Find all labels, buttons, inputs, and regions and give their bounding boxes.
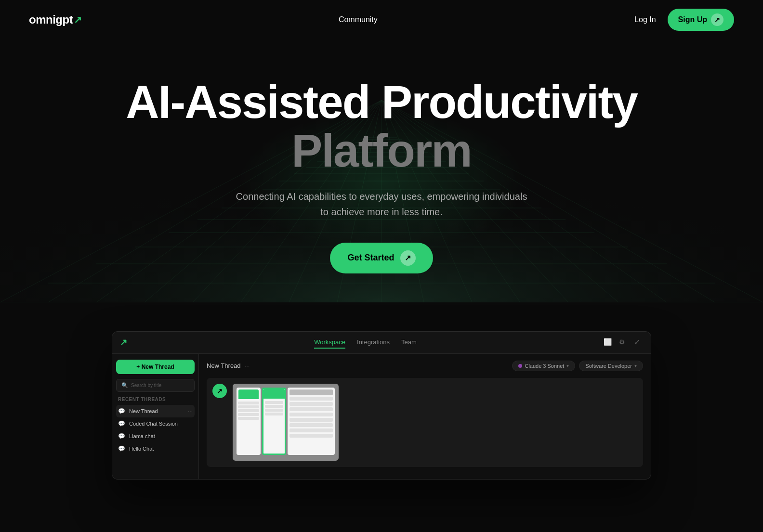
thread-label-3: Llama chat [129, 433, 155, 439]
role-badge-label: Software Developer [585, 363, 632, 369]
signup-arrow-icon: ↗ [711, 13, 724, 26]
canvas-area: ↗ [207, 378, 643, 467]
tab-team[interactable]: Team [401, 337, 417, 349]
hero-title-line2: Platform [10, 127, 753, 175]
model-badge-dot [518, 364, 522, 368]
role-badge[interactable]: Software Developer ▾ [579, 361, 643, 371]
thread-more-icon[interactable]: ··· [188, 408, 193, 415]
tab-workspace[interactable]: Workspace [314, 337, 345, 349]
role-chevron: ▾ [634, 363, 637, 368]
thread-icon-2: 💬 [118, 420, 125, 427]
model-badge-label: Claude 3 Sonnet [525, 363, 564, 369]
get-started-label: Get Started [347, 253, 394, 263]
navbar: omnigpt↗ Community Log In Sign Up ↗ [0, 0, 763, 39]
logo[interactable]: omnigpt↗ [29, 13, 82, 26]
settings-icon[interactable]: ⚙ [619, 338, 628, 347]
nav-center: Community [339, 15, 378, 24]
get-started-arrow-icon: ↗ [400, 250, 416, 266]
expand-icon[interactable]: ⤢ [634, 338, 643, 347]
thread-item-hello[interactable]: 💬 Hello Chat [116, 442, 195, 455]
thread-title-text: New Thread [207, 362, 241, 369]
thread-icon-3: 💬 [118, 433, 125, 440]
search-icon: 🔍 [121, 382, 128, 389]
app-main-content: New Thread ··· Claude 3 Sonnet ▾ Softwar… [199, 354, 651, 479]
hero-content: AI-Assisted Productivity Platform Connec… [10, 78, 753, 273]
thread-header: New Thread ··· Claude 3 Sonnet ▾ Softwar… [207, 361, 643, 371]
app-sidebar: + New Thread 🔍 Search by title Recent Th… [112, 354, 199, 479]
mockup-list [288, 388, 335, 455]
document-icon[interactable]: ⬜ [604, 338, 612, 347]
thread-label-2: Coded Chat Session [129, 421, 178, 427]
window-actions: ⬜ ⚙ ⤢ [604, 338, 643, 347]
signup-button[interactable]: Sign Up ↗ [668, 9, 734, 31]
canvas-initial: ↗ [212, 384, 227, 398]
thread-label-4: Hello Chat [129, 446, 154, 452]
thread-title: New Thread ··· [207, 362, 250, 369]
mockup-phone-2 [262, 388, 286, 455]
nav-right: Log In Sign Up ↗ [634, 9, 734, 31]
thread-dots[interactable]: ··· [245, 362, 250, 369]
thread-label: New Thread [129, 408, 158, 414]
recent-threads-label: Recent Threads [116, 397, 195, 402]
thread-icon-4: 💬 [118, 445, 125, 452]
sidebar-search[interactable]: 🔍 Search by title [116, 379, 195, 392]
app-preview: ↗ Workspace Integrations Team ⬜ ⚙ ⤢ + Ne… [83, 331, 680, 480]
hero-subtitle: Connecting AI capabilities to everyday u… [232, 189, 531, 220]
thread-icon: 💬 [118, 408, 125, 415]
canvas-mockup [233, 384, 339, 461]
thread-item-llama[interactable]: 💬 Llama chat [116, 430, 195, 442]
thread-item-new[interactable]: 💬 New Thread ··· [116, 405, 195, 417]
mockup-phone-1 [237, 388, 261, 455]
thread-badges: Claude 3 Sonnet ▾ Software Developer ▾ [512, 361, 643, 371]
thread-item-coded[interactable]: 💬 Coded Chat Session [116, 417, 195, 430]
hero-section: AI-Assisted Productivity Platform Connec… [0, 39, 763, 302]
window-logo: ↗ [120, 337, 127, 348]
window-topbar: ↗ Workspace Integrations Team ⬜ ⚙ ⤢ [112, 332, 651, 354]
hero-title-line1: AI-Assisted Productivity [10, 78, 753, 127]
badge-chevron: ▾ [566, 363, 569, 368]
logo-arrow-icon: ↗ [74, 14, 82, 26]
app-inner: + New Thread 🔍 Search by title Recent Th… [112, 354, 651, 479]
hero-title: AI-Assisted Productivity Platform [10, 78, 753, 175]
search-placeholder: Search by title [131, 383, 161, 388]
app-window: ↗ Workspace Integrations Team ⬜ ⚙ ⤢ + Ne… [112, 331, 651, 480]
new-thread-button[interactable]: + New Thread [116, 360, 195, 374]
get-started-button[interactable]: Get Started ↗ [330, 243, 433, 273]
nav-community-link[interactable]: Community [339, 15, 378, 24]
model-badge[interactable]: Claude 3 Sonnet ▾ [512, 361, 575, 371]
logo-text: omnigpt [29, 13, 73, 26]
signup-label: Sign Up [678, 15, 707, 24]
login-button[interactable]: Log In [634, 15, 656, 24]
tab-integrations[interactable]: Integrations [357, 337, 390, 349]
window-nav-tabs: Workspace Integrations Team [314, 337, 417, 349]
